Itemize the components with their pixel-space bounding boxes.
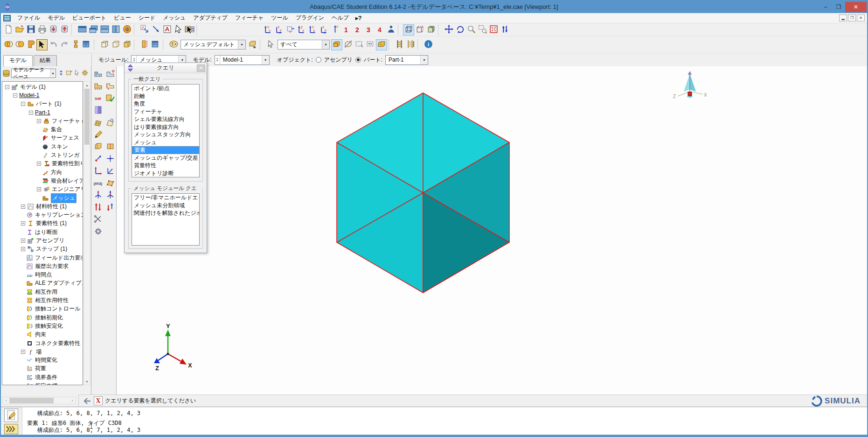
pick-tree-button[interactable] [73,69,81,78]
query-option[interactable]: ジオメトリ診断 [132,169,199,177]
expand-icon[interactable]: + [21,247,25,251]
renumber-up-button[interactable] [92,202,104,213]
tree-item[interactable]: +アセンブリ [2,236,83,245]
tree-item[interactable]: 接触初期化 [2,313,83,322]
mesh-datum-button[interactable] [104,69,116,80]
collapse-icon[interactable]: − [13,93,17,98]
select-dashed-button[interactable] [354,39,365,50]
new-file-button[interactable] [3,24,14,35]
command-line-tab-button[interactable] [4,424,18,434]
tree-item[interactable]: −モデル (1) [2,83,83,91]
minimize-button[interactable]: – [819,2,832,12]
model-spinner-icon[interactable]: ▲▼ [215,56,220,64]
spin-updown-button[interactable] [57,69,65,78]
query-option[interactable]: メッシュ [132,139,199,147]
message-area[interactable]: 構成節点: 5, 6, 8, 7, 1, 2, 4, 3要素 1: 線形6 面体… [1,407,867,435]
query-option[interactable]: 質量特性 [132,162,199,169]
maximize-button[interactable]: ❐ [832,2,845,12]
undo-button[interactable] [48,39,59,50]
query-option[interactable]: 関連付けを解除されたジオメトリ [132,209,199,217]
chevron-down-icon[interactable]: ▼ [322,40,329,49]
tree-item[interactable]: −Model-1 [2,91,83,99]
scroll-up-icon[interactable]: ▲ [84,82,90,88]
verify-mesh-button[interactable] [104,93,116,104]
view-axis-yx-button[interactable]: Yx [262,24,273,35]
export-model-button[interactable] [59,24,70,35]
mdi-restore-button[interactable]: ❐ [848,14,856,21]
tree-vertical-scrollbar[interactable]: ▲ ▼ [83,81,90,385]
open-file-button[interactable] [14,24,25,35]
tree-item[interactable]: 荷重 [2,365,83,373]
scroll-left-icon[interactable]: ‹ [3,397,9,404]
fit-view-button[interactable] [488,24,499,35]
axes-tool-c-button[interactable] [92,190,104,201]
expand-icon[interactable]: + [37,187,41,191]
menu-item-6[interactable]: アダプティブ [189,14,231,21]
info-button[interactable]: i [423,39,434,50]
tree-item[interactable]: スキン [2,142,83,151]
tree-item[interactable]: 時間点 [2,271,83,279]
expand-icon[interactable]: + [37,119,41,123]
mesh-region-button[interactable] [92,117,104,128]
expand-icon[interactable]: + [21,221,25,226]
tree-item[interactable]: キャリブレーション [2,211,83,219]
expand-icon[interactable]: + [37,162,41,166]
tree-item[interactable]: 集合 [2,125,83,134]
highlight-selections-button[interactable] [331,39,342,50]
tree-item[interactable]: 複合材レイアップ [2,176,83,185]
manager-small-button[interactable] [81,39,92,50]
message-tab-button[interactable] [4,409,18,422]
view-preset-button[interactable]: 2 [352,24,363,35]
scroll-right-icon[interactable]: › [69,397,76,404]
query-option[interactable]: 角度 [132,100,199,108]
tree-item[interactable]: 拘束 [2,331,83,339]
viewport-cascade-button[interactable] [88,24,99,35]
assign-stack-orientation-button[interactable] [92,105,104,116]
select-dashed-group-button[interactable] [365,39,376,50]
axes-tool-a-button[interactable] [92,166,104,177]
tree-item[interactable]: −Part-1 [2,108,83,117]
tab-結果[interactable]: 結果 [34,55,57,66]
seed-edges-button[interactable] [104,81,116,92]
tree-item[interactable]: 時間変化 [2,356,83,365]
select-difference-button[interactable] [14,39,25,50]
view-user-button[interactable] [385,24,396,35]
annotation-arrow-button[interactable] [150,24,161,35]
query-dialog-titlebar[interactable]: クエリ ✕ [125,63,207,73]
edit-node-xyz-button[interactable]: (XYZ) [92,178,104,189]
viewport-tile-vertical-button[interactable] [110,24,121,35]
scroll-thumb[interactable] [9,398,54,403]
assign-element-type-button[interactable]: S4R [92,93,104,104]
zoom-magnify-button[interactable] [465,24,477,35]
cube-wireframe-button[interactable] [99,39,110,50]
menu-item-7[interactable]: フィーチャ [231,14,267,21]
view-axis-zx-button[interactable]: Zx [296,24,307,35]
annotation-pointer-button[interactable]: A [139,24,150,35]
annotation-text-button[interactable]: A [161,24,173,35]
collapse-icon[interactable]: − [21,102,25,106]
tree-item[interactable]: +要素特性 (1) [2,219,83,228]
tree-item[interactable]: コネクタ要素特性 [2,339,83,347]
menu-item-9[interactable]: プラグイン [292,14,328,21]
prompt-cancel-button[interactable]: X [94,396,103,405]
save-file-button[interactable] [25,24,36,35]
tree-item[interactable]: メッシュ [2,194,83,202]
mesh-controls-button[interactable] [104,117,116,128]
edit-selection-button[interactable] [36,39,48,50]
edit-mesh-pencil-button[interactable] [92,129,104,141]
query-option[interactable]: はり要素接線方向 [132,123,199,131]
tree-item[interactable]: はり断面 [2,228,83,236]
viewport-canvas[interactable]: Y X Z Y X Z [117,66,867,395]
view-preset-button[interactable]: 1 [340,24,352,35]
query-option[interactable]: メッシュスタック方向 [132,131,199,139]
part-select[interactable]: Part-1 ▼ [385,55,428,65]
render-shaded-button[interactable] [425,24,437,35]
mesh_defaults-dropdown[interactable]: メッシュデフォルト▼ [181,40,246,49]
query-option[interactable]: フリー/非マニホールドエッジ [132,194,199,202]
tree-item[interactable]: 接触安定化 [2,322,83,330]
rotate-view-button[interactable] [454,24,465,35]
scroll-thumb[interactable] [84,89,90,145]
view-preset-button[interactable]: 4 [374,24,385,35]
model-select[interactable]: ▲▼ Model-1 ▼ [215,55,270,65]
menu-item-8[interactable]: ツール [267,14,292,21]
